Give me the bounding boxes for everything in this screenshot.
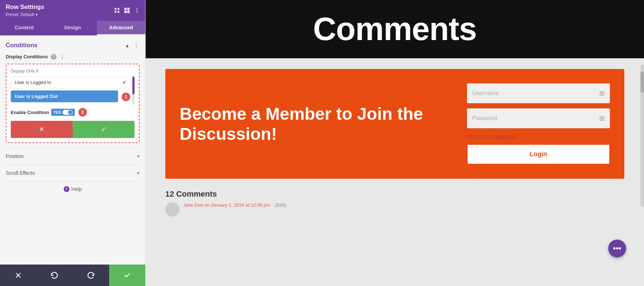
condition-logged-in[interactable]: User is Logged In ✓ xyxy=(11,77,130,88)
enable-condition-label: Enable Condition xyxy=(11,110,49,115)
forgot-password-link[interactable]: Forgot your password? xyxy=(467,133,610,139)
page-content: Become a Member to Join the Discussion! … xyxy=(146,58,644,286)
comment-avatar xyxy=(165,202,180,217)
svg-rect-3 xyxy=(118,11,119,13)
grid-icon[interactable] xyxy=(124,7,130,14)
condition-logged-in-label: User is Logged In xyxy=(15,80,51,85)
svg-rect-1 xyxy=(118,8,119,10)
username-field[interactable]: Username ⊞ xyxy=(467,83,610,103)
hero-banner: Comments xyxy=(146,0,644,58)
scroll-effects-title: Scroll Effects xyxy=(6,170,35,176)
scroll-effects-header[interactable]: Scroll Effects ▾ xyxy=(6,165,140,181)
comments-count: 12 Comments xyxy=(165,189,624,199)
comment-meta: Jane Doe on January 1, 2019 at 12:00 pm xyxy=(183,202,270,208)
panel-title: Row Settings xyxy=(6,4,44,11)
hero-title: Comments xyxy=(153,11,637,48)
comment-row: Jane Doe on January 1, 2019 at 12:00 pm … xyxy=(165,202,624,217)
comment-edit[interactable]: (Edit) xyxy=(275,202,286,208)
help-footer: ? Help xyxy=(6,182,140,196)
help-footer-icon[interactable]: ? xyxy=(64,186,69,192)
enable-condition-toggle[interactable]: YES xyxy=(51,109,75,116)
conditions-heading-left: Conditions xyxy=(6,42,38,49)
scroll-effects-section: Scroll Effects ▾ xyxy=(6,165,140,181)
password-icon: ⊞ xyxy=(599,114,605,122)
conditions-section-heading: Conditions ▲ ⋮ xyxy=(6,42,140,49)
display-conditions-label: Display Conditions xyxy=(6,54,48,59)
conditions-dots-icon[interactable]: ⋮ xyxy=(133,42,140,49)
comments-section: 12 Comments Jane Doe on January 1, 2019 … xyxy=(165,189,624,224)
undo-icon xyxy=(50,271,58,279)
condition-logged-out[interactable]: User is Logged Out xyxy=(11,90,118,102)
login-button[interactable]: Login xyxy=(467,144,610,164)
condition-action-buttons: ✕ ✓ xyxy=(11,121,135,138)
help-icon[interactable]: ? xyxy=(51,54,57,60)
right-side: Comments Become a Member to Join the Dis… xyxy=(146,0,644,286)
orange-card: Become a Member to Join the Discussion! … xyxy=(165,69,624,179)
login-form: Username ⊞ Password ⊞ Forgot your passwo… xyxy=(467,83,610,164)
conditions-chevron-icon[interactable]: ▲ xyxy=(125,43,130,48)
toggle-thumb xyxy=(68,110,72,114)
username-icon: ⊞ xyxy=(599,89,605,97)
tab-advanced[interactable]: Advanced xyxy=(97,21,145,35)
close-button[interactable] xyxy=(0,265,36,286)
conditions-scrollbar-thumb xyxy=(132,77,135,94)
panel-preset[interactable]: Preset: Default ▾ xyxy=(6,12,44,17)
panel-header-left: Row Settings Preset: Default ▾ xyxy=(6,4,44,17)
help-label[interactable]: Help xyxy=(72,186,82,192)
save-icon xyxy=(123,271,131,279)
more-icon[interactable] xyxy=(134,7,140,14)
svg-rect-2 xyxy=(114,11,116,13)
svg-point-9 xyxy=(137,10,138,11)
condition-cancel-button[interactable]: ✕ xyxy=(11,121,73,138)
position-chevron-icon: ▾ xyxy=(137,153,140,159)
position-section: Position ▾ xyxy=(6,148,140,164)
display-conditions-row: Display Conditions ? ⋮ xyxy=(6,53,140,60)
panel-content: Conditions ▲ ⋮ Display Conditions ? ⋮ Di… xyxy=(0,35,145,265)
svg-rect-5 xyxy=(127,8,130,10)
save-button[interactable] xyxy=(109,265,146,286)
conditions-scrollbar[interactable] xyxy=(132,77,135,104)
svg-rect-6 xyxy=(125,11,127,13)
condition-badge-1: 1 xyxy=(122,93,130,101)
close-icon xyxy=(14,271,22,279)
svg-point-10 xyxy=(137,12,138,13)
svg-rect-0 xyxy=(114,8,116,10)
fab-button[interactable]: ••• xyxy=(608,240,626,257)
panel-header-icons xyxy=(114,7,140,14)
username-placeholder: Username xyxy=(472,90,499,97)
undo-button[interactable] xyxy=(36,265,73,286)
toggle-track xyxy=(63,110,73,115)
position-header[interactable]: Position ▾ xyxy=(6,148,140,164)
conditions-inner: User is Logged In ✓ User is Logged Out 1 xyxy=(11,77,135,104)
svg-rect-4 xyxy=(125,8,127,10)
redo-button[interactable] xyxy=(73,265,109,286)
display-conditions-dots-icon[interactable]: ⋮ xyxy=(59,53,65,60)
conditions-box: Display Only If User is Logged In ✓ User… xyxy=(6,64,140,143)
condition-confirm-button[interactable]: ✓ xyxy=(73,121,135,138)
display-only-if-label: Display Only If xyxy=(11,69,135,74)
tab-design[interactable]: Design xyxy=(48,21,97,35)
svg-rect-7 xyxy=(127,11,130,13)
condition-logged-out-label: User is Logged Out xyxy=(15,94,58,99)
panel-header: Row Settings Preset: Default ▾ xyxy=(0,0,145,21)
tab-content[interactable]: Content xyxy=(0,21,48,35)
enable-condition-row: Enable Condition YES 2 xyxy=(11,108,135,117)
conditions-list: User is Logged In ✓ User is Logged Out 1 xyxy=(11,77,130,104)
position-title: Position xyxy=(6,153,24,159)
redo-icon xyxy=(87,271,95,279)
resize-icon[interactable] xyxy=(114,7,120,14)
password-field[interactable]: Password ⊞ xyxy=(467,108,610,128)
svg-point-8 xyxy=(137,8,138,9)
conditions-title: Conditions xyxy=(6,42,38,49)
right-scrollbar[interactable] xyxy=(640,64,644,207)
scroll-effects-chevron-icon: ▾ xyxy=(137,170,140,176)
right-scrollbar-thumb xyxy=(640,72,644,93)
panel-tabs: Content Design Advanced xyxy=(0,21,145,35)
orange-card-text: Become a Member to Join the Discussion! xyxy=(180,104,467,143)
password-placeholder: Password xyxy=(472,115,497,122)
left-panel: Row Settings Preset: Default ▾ Content D… xyxy=(0,0,146,286)
toggle-yes-label: YES xyxy=(53,110,61,114)
condition-logged-in-check: ✓ xyxy=(122,80,126,85)
condition-badge-2: 2 xyxy=(78,108,87,117)
right-wrapper: Comments Become a Member to Join the Dis… xyxy=(146,0,644,286)
